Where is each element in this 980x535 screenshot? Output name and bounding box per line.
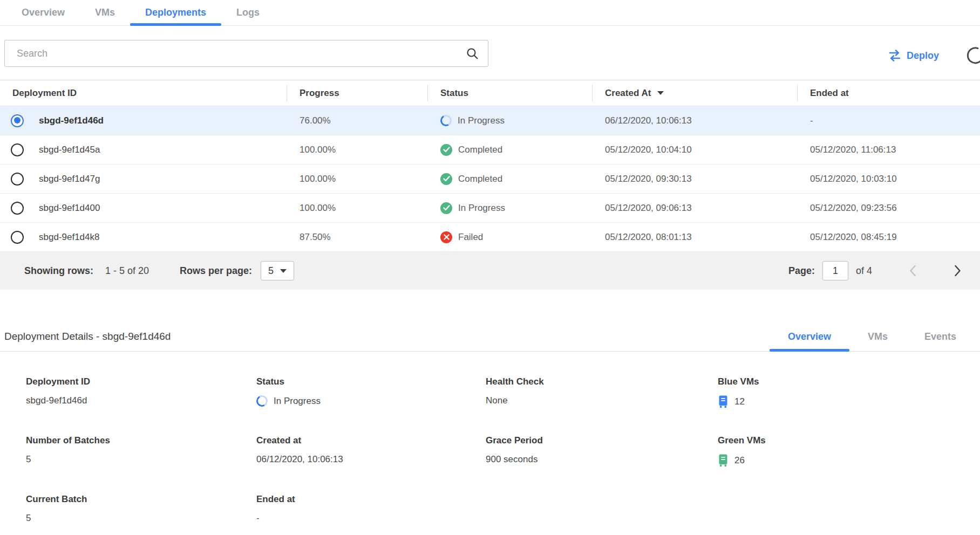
status-label: In Progress — [458, 115, 505, 126]
rows-per-page-select[interactable]: 5 — [261, 261, 294, 280]
field-grace-period: Grace Period 900 seconds — [486, 435, 718, 467]
table-row[interactable]: sbgd-9ef1d400 100.00% In Progress 05/12/… — [0, 194, 980, 223]
table-row[interactable]: sbgd-9ef1d47g 100.00% Completed 05/12/20… — [0, 164, 980, 194]
field-ended-at: Ended at - — [256, 494, 486, 524]
row-radio[interactable] — [11, 202, 24, 215]
details-grid: Deployment ID sbgd-9ef1d46d Status In Pr… — [26, 376, 980, 524]
search-icon — [466, 47, 479, 60]
column-header-created-at[interactable]: Created At — [592, 80, 797, 106]
progress-value: 100.00% — [287, 145, 427, 155]
status-label: In Progress — [458, 203, 505, 214]
field-green-vms: Green VMs 26 — [718, 435, 980, 467]
search-input[interactable] — [4, 40, 488, 67]
tab-logs[interactable]: Logs — [221, 0, 275, 25]
refresh-icon[interactable] — [965, 46, 980, 65]
swap-arrows-icon — [888, 49, 901, 62]
deployment-id: sbgd-9ef1d46d — [39, 115, 104, 126]
ended-at-value: 05/12/2020, 08:45:19 — [797, 232, 980, 243]
progress-value: 76.00% — [287, 115, 427, 126]
table-pagination-bar: Showing rows: 1 - 5 of 20 Rows per page:… — [0, 252, 980, 290]
field-created-at: Created at 06/12/2020, 10:06:13 — [256, 435, 486, 467]
column-header-progress[interactable]: Progress — [287, 80, 427, 106]
x-circle-icon — [440, 231, 452, 243]
row-radio-selected[interactable] — [11, 114, 24, 127]
green-server-icon — [718, 454, 729, 467]
status-label: Completed — [458, 174, 502, 184]
details-tab-overview[interactable]: Overview — [770, 322, 849, 351]
progress-value: 100.00% — [287, 174, 427, 184]
created-at-value: 05/12/2020, 08:01:13 — [592, 232, 797, 243]
deployment-id: sbgd-9ef1d400 — [39, 203, 100, 214]
field-blue-vms: Blue VMs 12 — [718, 376, 980, 408]
rows-per-page-value: 5 — [268, 265, 274, 277]
deployment-id: sbgd-9ef1d47g — [39, 174, 100, 184]
column-header-ended-at[interactable]: Ended at — [797, 80, 980, 106]
page-total-label: of 4 — [856, 265, 872, 277]
ended-at-value: 05/12/2020, 10:03:10 — [797, 174, 980, 184]
deploy-button-label: Deploy — [907, 50, 939, 61]
chevron-down-icon — [280, 269, 287, 273]
created-at-value: 06/12/2020, 10:06:13 — [592, 115, 797, 126]
row-radio[interactable] — [11, 173, 24, 186]
ended-at-value: 05/12/2020, 11:06:13 — [797, 145, 980, 155]
page-number-input[interactable] — [822, 261, 848, 280]
column-header-status[interactable]: Status — [427, 80, 592, 106]
column-header-deployment-id[interactable]: Deployment ID — [0, 80, 287, 106]
field-number-of-batches: Number of Batches 5 — [26, 435, 256, 467]
table-row[interactable]: sbgd-9ef1d46d 76.00% In Progress 06/12/2… — [0, 106, 980, 135]
check-circle-icon — [440, 202, 452, 214]
in-progress-spinner-icon — [439, 114, 453, 128]
status-label: Completed — [458, 145, 502, 155]
deployment-details-section: Deployment Details - sbgd-9ef1d46d Overv… — [0, 322, 980, 524]
table-row[interactable]: sbgd-9ef1d45a 100.00% Completed 05/12/20… — [0, 135, 980, 164]
created-at-value: 05/12/2020, 09:30:13 — [592, 174, 797, 184]
deployment-id: sbgd-9ef1d4k8 — [39, 232, 99, 243]
rows-per-page-label: Rows per page: — [180, 265, 252, 277]
row-radio[interactable] — [11, 143, 24, 156]
created-at-value: 05/12/2020, 09:06:13 — [592, 203, 797, 214]
blue-server-icon — [718, 395, 729, 408]
tab-deployments[interactable]: Deployments — [130, 0, 221, 25]
check-circle-icon — [440, 173, 452, 185]
table-row[interactable]: sbgd-9ef1d4k8 87.50% Failed 05/12/2020, … — [0, 223, 980, 252]
tab-overview[interactable]: Overview — [6, 0, 80, 25]
toolbar: Deploy — [0, 26, 980, 68]
field-deployment-id: Deployment ID sbgd-9ef1d46d — [26, 376, 256, 408]
deployment-id: sbgd-9ef1d45a — [39, 145, 100, 155]
ended-at-value: - — [797, 115, 980, 126]
details-tab-bar: Overview VMs Events — [770, 322, 980, 351]
page-label: Page: — [788, 265, 815, 277]
ended-at-value: 05/12/2020, 09:23:56 — [797, 203, 980, 214]
tab-vms[interactable]: VMs — [80, 0, 130, 25]
sort-desc-icon — [657, 91, 664, 95]
previous-page-button[interactable] — [909, 264, 917, 277]
field-status: Status In Progress — [256, 376, 486, 408]
details-title: Deployment Details - sbgd-9ef1d46d — [4, 331, 171, 342]
details-tab-events[interactable]: Events — [906, 322, 975, 351]
progress-value: 100.00% — [287, 203, 427, 214]
deployments-table: Deployment ID Progress Status Created At… — [0, 80, 980, 290]
status-label: Failed — [458, 232, 483, 243]
table-header-row: Deployment ID Progress Status Created At… — [0, 80, 980, 106]
created-at-value: 05/12/2020, 10:04:10 — [592, 145, 797, 155]
next-page-button[interactable] — [954, 264, 962, 277]
field-health-check: Health Check None — [486, 376, 718, 408]
deploy-button[interactable]: Deploy — [888, 49, 939, 62]
in-progress-spinner-icon — [255, 394, 269, 408]
check-circle-icon — [440, 144, 452, 156]
showing-rows-label: Showing rows: — [24, 265, 93, 277]
progress-value: 87.50% — [287, 232, 427, 243]
showing-rows-value: 1 - 5 of 20 — [105, 265, 149, 277]
top-tab-bar: Overview VMs Deployments Logs — [0, 0, 980, 26]
row-radio[interactable] — [11, 231, 24, 244]
field-current-batch: Current Batch 5 — [26, 494, 256, 524]
details-tab-vms[interactable]: VMs — [849, 322, 906, 351]
